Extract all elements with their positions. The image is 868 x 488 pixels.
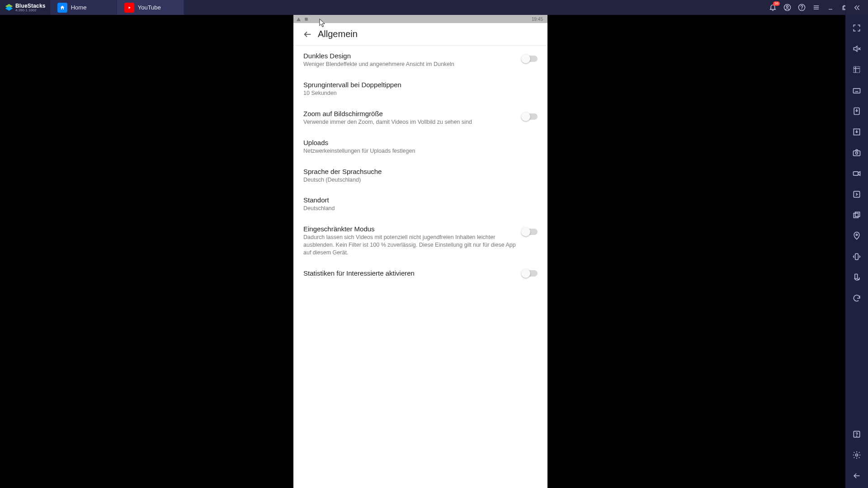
setting-restricted-mode[interactable]: Eingeschränkter Modus Dadurch lassen sic… xyxy=(293,219,547,263)
setting-subtitle: Dadurch lassen sich Videos mit potenziel… xyxy=(303,234,517,257)
setting-title: Statistiken für Interessierte aktivieren xyxy=(303,269,517,277)
minimize-icon[interactable] xyxy=(826,4,835,12)
bluestacks-name: BlueStacks xyxy=(15,3,46,9)
account-icon[interactable] xyxy=(783,4,791,12)
svg-point-39 xyxy=(856,454,858,456)
youtube-icon xyxy=(124,3,134,13)
warning-status-icon xyxy=(296,17,301,22)
setting-subtitle: Weniger Blendeffekte und angenehmere Ans… xyxy=(303,61,517,68)
setting-title: Dunkles Design xyxy=(303,52,517,60)
setting-title: Uploads xyxy=(303,139,532,146)
setting-subtitle: Deutsch (Deutschland) xyxy=(303,176,532,184)
toggle-restricted-mode[interactable] xyxy=(522,229,538,235)
svg-rect-32 xyxy=(854,213,858,218)
shake-icon[interactable] xyxy=(852,252,862,262)
back-arrow-icon[interactable] xyxy=(298,25,317,44)
setting-subtitle: Netzwerkeinstellungen für Uploads festle… xyxy=(303,147,532,155)
help2-icon[interactable] xyxy=(852,429,862,439)
svg-rect-31 xyxy=(854,191,859,197)
page-title: Allgemein xyxy=(318,29,358,39)
setting-title: Sprungintervall bei Doppeltippen xyxy=(303,81,532,89)
tab-youtube[interactable]: YouTube xyxy=(117,0,184,15)
macro-icon[interactable] xyxy=(852,189,862,199)
setting-uploads[interactable]: Uploads Netzwerkeinstellungen für Upload… xyxy=(293,132,547,161)
setting-title: Eingeschränkter Modus xyxy=(303,225,517,233)
settings-appbar: Allgemein xyxy=(293,23,547,46)
hamburger-menu-icon[interactable] xyxy=(812,4,820,12)
android-app-window: 19:45 Allgemein Dunkles Design Weniger B… xyxy=(293,15,547,488)
statusbar-time: 19:45 xyxy=(532,17,545,22)
svg-rect-41 xyxy=(305,18,307,20)
svg-point-6 xyxy=(802,9,802,9)
notification-badge: 36 xyxy=(773,1,780,6)
svg-marker-30 xyxy=(858,172,860,175)
setting-voice-language[interactable]: Sprache der Sprachsuche Deutsch (Deutsch… xyxy=(293,161,547,190)
sidebar-collapse-button[interactable] xyxy=(845,0,868,15)
setting-location[interactable]: Standort Deutschland xyxy=(293,190,547,219)
multi-instance-icon[interactable] xyxy=(852,210,862,220)
screenshot-icon[interactable] xyxy=(852,148,862,158)
sync-icon[interactable] xyxy=(852,293,862,303)
toggle-stats[interactable] xyxy=(522,270,538,277)
location-icon[interactable] xyxy=(852,231,862,241)
svg-point-28 xyxy=(856,152,858,154)
bluestacks-logo: BlueStacks 4.280.1.1002 xyxy=(0,3,50,12)
bluestacks-icon xyxy=(5,3,14,12)
notifications-icon[interactable]: 36 xyxy=(769,4,777,12)
setting-title: Sprache der Sprachsuche xyxy=(303,168,532,175)
settings-list: Dunkles Design Weniger Blendeffekte und … xyxy=(293,46,547,488)
record-icon[interactable] xyxy=(852,169,862,178)
bluestacks-version: 4.280.1.1002 xyxy=(15,9,46,12)
help-icon[interactable] xyxy=(797,4,806,12)
toggle-zoom-fill[interactable] xyxy=(522,113,538,120)
toggle-dark-theme[interactable] xyxy=(522,56,538,62)
volume-mute-icon[interactable] xyxy=(852,44,862,54)
setting-title: Zoom auf Bildschirmgröße xyxy=(303,110,517,117)
rotate-icon[interactable] xyxy=(852,272,862,282)
svg-point-34 xyxy=(856,234,857,235)
tab-home-label: Home xyxy=(71,4,87,11)
svg-marker-2 xyxy=(128,6,131,9)
square-status-icon xyxy=(304,17,309,22)
gear-icon[interactable] xyxy=(852,450,862,460)
svg-rect-29 xyxy=(854,172,859,175)
setting-stats-for-nerds[interactable]: Statistiken für Interessierte aktivieren xyxy=(293,263,547,284)
right-toolbar xyxy=(845,15,868,488)
keymap-icon[interactable] xyxy=(852,65,862,75)
setting-doubletap-seek[interactable]: Sprungintervall bei Doppeltippen 10 Seku… xyxy=(293,75,547,103)
setting-subtitle: 10 Sekunden xyxy=(303,89,532,97)
svg-rect-33 xyxy=(855,212,860,216)
import-icon[interactable] xyxy=(852,127,862,137)
install-apk-icon[interactable] xyxy=(852,106,862,116)
svg-rect-36 xyxy=(855,274,858,279)
setting-subtitle: Verwende immer den Zoom, damit Videos im… xyxy=(303,118,517,126)
window-titlebar: BlueStacks 4.280.1.1002 Home YouTube 36 xyxy=(0,0,868,15)
tab-home[interactable]: Home xyxy=(50,0,117,15)
svg-rect-18 xyxy=(854,89,860,93)
setting-dark-theme[interactable]: Dunkles Design Weniger Blendeffekte und … xyxy=(293,46,547,75)
setting-zoom-fill[interactable]: Zoom auf Bildschirmgröße Verwende immer … xyxy=(293,103,547,132)
setting-title: Standort xyxy=(303,196,532,204)
home-icon xyxy=(57,3,67,13)
keyboard-icon[interactable] xyxy=(852,85,862,95)
svg-rect-35 xyxy=(855,253,859,259)
svg-point-4 xyxy=(786,5,788,7)
setting-subtitle: Deutschland xyxy=(303,205,532,212)
fullscreen-icon[interactable] xyxy=(852,23,862,33)
svg-point-38 xyxy=(857,436,857,436)
svg-rect-17 xyxy=(854,66,859,72)
android-back-icon[interactable] xyxy=(852,471,862,481)
tab-youtube-label: YouTube xyxy=(138,4,161,11)
svg-rect-27 xyxy=(854,151,860,156)
android-statusbar: 19:45 xyxy=(293,15,547,23)
